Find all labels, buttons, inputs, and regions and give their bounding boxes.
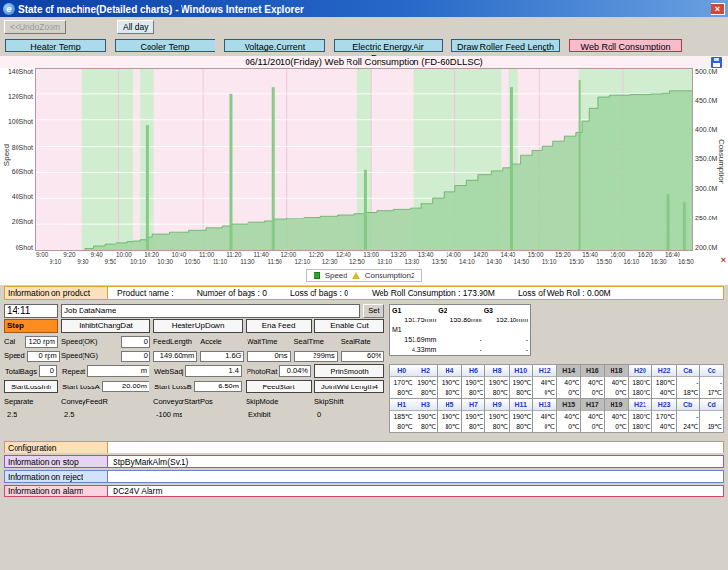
seal-setting-label: Accele bbox=[200, 337, 244, 346]
heater-temp-set: 190℃ bbox=[414, 377, 438, 387]
heater-label[interactable]: H3 bbox=[414, 399, 438, 411]
y-right-tick: 400.0M bbox=[695, 126, 717, 133]
param-label: JointWid Length4 bbox=[321, 383, 378, 391]
x-tick: 11:30 bbox=[241, 251, 254, 268]
heater-temperature-grid: H0 170℃ 80℃ H2 190℃ 80℃ H4 190℃ 80℃ bbox=[389, 364, 724, 433]
heater-label[interactable]: H9 bbox=[485, 399, 509, 411]
y-left-tick: 60Shot bbox=[12, 168, 33, 175]
x-tick: 9:40 bbox=[90, 251, 104, 268]
seal-setting-label: SealRate bbox=[341, 337, 384, 346]
chart-tabs: Heater Temp Cooler Temp Voltage,Current … bbox=[0, 35, 728, 54]
param-cell[interactable]: FeedStart bbox=[246, 380, 312, 393]
heater-temp-actual: 80℃ bbox=[510, 387, 533, 398]
heater-label[interactable]: H21 bbox=[629, 399, 652, 411]
consumption-chart[interactable] bbox=[35, 68, 693, 251]
heater-label[interactable]: H2 bbox=[414, 365, 438, 377]
job-data-name-field[interactable]: Job DataName bbox=[61, 304, 360, 318]
heater-label[interactable]: H18 bbox=[605, 365, 628, 377]
gap-mid-label bbox=[438, 325, 481, 335]
heater-label[interactable]: H10 bbox=[510, 365, 533, 377]
heater-label[interactable]: Cc bbox=[700, 365, 723, 377]
param-label: TotalBags bbox=[5, 367, 37, 376]
param-cell[interactable]: PrinSmooth bbox=[314, 364, 384, 378]
param-cell: WebSadj 1.4 bbox=[153, 364, 243, 378]
info-row-label: Information on stop bbox=[5, 456, 108, 467]
heater-temp-set: 180℃ bbox=[629, 411, 652, 421]
chart-tab[interactable]: Electric Energy,Air Pressure bbox=[334, 39, 443, 52]
speed-ok-ng-column: Speed(OK) 0 Speed(NG) 0 bbox=[61, 335, 150, 362]
speed-ok-value: 0 bbox=[121, 336, 150, 348]
chart-tab[interactable]: Voltage,Current bbox=[224, 39, 325, 52]
heater-label[interactable]: Cd bbox=[700, 399, 723, 411]
heater-label[interactable]: H11 bbox=[510, 399, 533, 411]
heater-cell: H2 190℃ 80℃ bbox=[414, 365, 439, 399]
param-cell[interactable]: StartLossInh bbox=[4, 380, 58, 393]
heater-label[interactable]: H23 bbox=[652, 399, 676, 411]
x-tick: 13:50 bbox=[433, 251, 447, 268]
param-cell[interactable]: JointWid Length4 bbox=[314, 380, 384, 393]
x-tick: 13:30 bbox=[405, 251, 418, 268]
heater-temp-actual: 180℃ bbox=[629, 387, 652, 398]
param-cell: PhotoRat 0.04% bbox=[246, 364, 312, 378]
heater-label[interactable]: H0 bbox=[390, 365, 414, 377]
heater-label[interactable]: H19 bbox=[605, 399, 628, 411]
heater-updown-button[interactable]: HeaterUpDown bbox=[153, 319, 243, 333]
legend-speed-label: Speed bbox=[325, 271, 347, 280]
machine-left-panel: 14:11 Job DataName Set Stop InhibtChangD… bbox=[4, 304, 384, 433]
param-label: SkipShift bbox=[314, 395, 384, 408]
info-row-value: StpByMarkAlm(Sv.1) bbox=[108, 456, 188, 467]
heater-label[interactable]: H4 bbox=[438, 365, 461, 377]
x-tick: 10:10 bbox=[131, 251, 145, 268]
heater-cell: H16 40℃ 0℃ bbox=[581, 365, 606, 399]
inhibit-change-data-button[interactable]: InhibtChangDat bbox=[61, 319, 150, 333]
speed-legend-swatch bbox=[314, 272, 320, 279]
ie-logo-icon: e bbox=[3, 3, 15, 15]
speed-ng-value: 0 bbox=[121, 351, 150, 362]
x-tick: 11:40 bbox=[254, 251, 268, 268]
undo-zoom-button[interactable]: <<UndoZoom bbox=[4, 20, 66, 34]
speed-line: Speed 0 rpm bbox=[4, 350, 58, 362]
param-value: 20.00m bbox=[102, 381, 149, 392]
job-row: 14:11 Job DataName Set bbox=[4, 304, 384, 318]
chart-tab[interactable]: Web Roll Consumption bbox=[569, 39, 682, 52]
x-tick: 9:00 bbox=[35, 251, 49, 268]
x-tick: 13:20 bbox=[391, 251, 405, 268]
heater-label[interactable]: Ca bbox=[677, 365, 700, 377]
heater-label[interactable]: H5 bbox=[438, 399, 461, 411]
time-field[interactable]: 14:11 bbox=[4, 304, 58, 318]
heater-label[interactable]: H14 bbox=[557, 365, 580, 377]
all-day-button[interactable]: All day bbox=[117, 20, 154, 34]
heater-label[interactable]: H22 bbox=[652, 365, 676, 377]
heater-label[interactable]: H16 bbox=[581, 365, 605, 377]
conveyor-row: Separate 2.5 ConveyFeedR 2.5 ConveyorSta… bbox=[4, 395, 384, 420]
window-title: State of machine(Detailed charts) - Wind… bbox=[18, 4, 304, 15]
gap-value-1: 151.75mm bbox=[392, 316, 436, 325]
heater-temp-set: 180℃ bbox=[629, 377, 652, 387]
set-button[interactable]: Set bbox=[363, 304, 384, 318]
heater-label[interactable]: H17 bbox=[581, 399, 605, 411]
chart-close-icon[interactable]: × bbox=[721, 256, 726, 265]
speed-ng-line: Speed(NG) 0 bbox=[61, 350, 150, 362]
heater-label[interactable]: H13 bbox=[533, 399, 556, 411]
enable-feed-button[interactable]: Ena Feed bbox=[246, 319, 312, 333]
x-tick: 14:00 bbox=[447, 251, 460, 268]
heater-temp-actual: 80℃ bbox=[438, 387, 461, 398]
y-left-tick: 20Shot bbox=[12, 218, 33, 225]
heater-label[interactable]: H12 bbox=[533, 365, 556, 377]
heater-label[interactable]: Cb bbox=[677, 399, 700, 411]
param-label: Start LossA bbox=[62, 383, 100, 391]
heater-label[interactable]: H7 bbox=[462, 399, 485, 411]
seal-setting-label: SealTime bbox=[294, 337, 338, 346]
save-icon[interactable] bbox=[711, 57, 722, 68]
chart-tab[interactable]: Cooler Temp bbox=[115, 39, 215, 52]
close-icon[interactable]: × bbox=[711, 3, 725, 15]
heater-label[interactable]: H20 bbox=[629, 365, 652, 377]
heater-label[interactable]: H1 bbox=[390, 399, 414, 411]
heater-label[interactable]: H8 bbox=[485, 365, 509, 377]
heater-label[interactable]: H6 bbox=[462, 365, 485, 377]
heater-label[interactable]: H15 bbox=[557, 399, 580, 411]
heater-temp-set: 185℃ bbox=[390, 411, 414, 421]
enable-cut-button[interactable]: Enable Cut bbox=[314, 319, 384, 333]
chart-tab[interactable]: Draw Roller Feed Length bbox=[451, 39, 560, 52]
chart-tab[interactable]: Heater Temp bbox=[5, 39, 106, 52]
